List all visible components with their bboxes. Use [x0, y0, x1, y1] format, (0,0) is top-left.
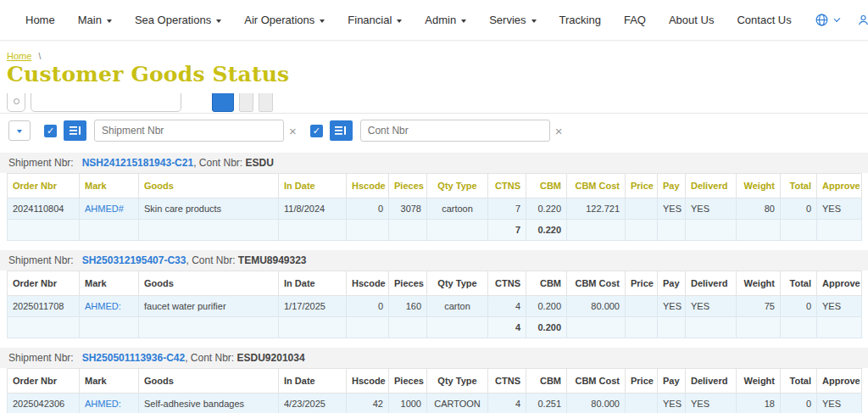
col-header-mark: Mark: [80, 369, 139, 393]
col-header-ctns: CTNS: [488, 369, 526, 393]
language-chevron-icon[interactable]: [833, 15, 840, 22]
breadcrumb-home-link[interactable]: Home: [7, 51, 31, 61]
toolbar-button-partial[interactable]: [259, 93, 273, 112]
approve-cell: YES: [817, 393, 862, 413]
col-header-order-nbr: Order Nbr: [8, 369, 80, 393]
cbm-cell: 0.200: [526, 296, 567, 317]
shipment-clear-icon[interactable]: ×: [289, 125, 297, 137]
shipment-group-header: Shipment Nbr:SH250312195407-C33, Cont Nb…: [0, 250, 868, 271]
totals-price-cell: [626, 317, 658, 338]
totals-weight-cell: [737, 317, 781, 338]
qty-type-cell: cartoon: [427, 198, 488, 220]
page-title: Customer Goods Status: [7, 62, 868, 87]
col-header-approve: Approve: [817, 271, 862, 296]
col-header-deliverd: Deliverd: [686, 174, 737, 198]
nav-item-air-operations[interactable]: Air Operations: [244, 14, 325, 26]
col-header-deliverd: Deliverd: [686, 369, 737, 393]
col-header-ctns: CTNS: [488, 174, 526, 198]
nav-item-home[interactable]: Home: [25, 14, 55, 26]
mark-cell[interactable]: AHMED#: [80, 198, 139, 220]
nav-item-about-us[interactable]: About Us: [669, 14, 714, 26]
deliverd-cell: YES: [686, 198, 737, 220]
totals-pieces-cell: [389, 220, 427, 241]
shipment-nbr-link[interactable]: NSH241215181943-C21: [82, 157, 193, 169]
cont-filter-icon-button[interactable]: [330, 120, 353, 141]
navbar-right: Development Team: [815, 10, 868, 31]
price-cell: [626, 198, 658, 220]
user-icon[interactable]: [857, 14, 868, 26]
col-header-goods: Goods: [139, 369, 279, 393]
hscode-cell: 42: [347, 393, 389, 413]
goods-cell: faucet water purifier: [139, 296, 279, 317]
nav-item-servies[interactable]: Servies: [489, 14, 536, 26]
cbm-cell: 0.220: [526, 198, 567, 220]
shipment-groups: Shipment Nbr:NSH241215181943-C21, Cont N…: [0, 153, 868, 413]
totals-mark-cell: [80, 220, 139, 241]
cont-nbr-value: TEMU8949323: [238, 254, 307, 266]
search-icon-button[interactable]: [7, 93, 25, 112]
table-row: 2025042306AHMED:Self-adhesive bandages4/…: [8, 393, 862, 413]
shipment-nbr-input[interactable]: [94, 120, 284, 142]
col-header-qty-type: Qty Type: [427, 174, 488, 198]
shipment-filter-icon-button[interactable]: [64, 120, 86, 141]
check-icon: ✓: [313, 126, 320, 136]
nav-item-sea-operations[interactable]: Sea Operations: [135, 14, 221, 26]
cont-filter-checkbox[interactable]: ✓: [310, 125, 323, 137]
col-header-total: Total: [781, 369, 817, 393]
nav-item-admin[interactable]: Admin: [425, 14, 466, 26]
toolbar-button-partial[interactable]: [239, 93, 253, 112]
nav-item-label: Contact Us: [737, 14, 791, 26]
ctns-cell: 4: [488, 393, 526, 413]
col-header-pay: Pay: [658, 271, 686, 296]
totals-row: 40.200: [8, 317, 862, 338]
cont-clear-icon[interactable]: ×: [555, 125, 563, 137]
totals-price-cell: [626, 220, 658, 241]
totals-hscode-cell: [347, 220, 389, 241]
order-nbr-cell: 2024110804: [8, 198, 80, 220]
cbm-cost-cell: 80.000: [567, 296, 626, 317]
nav-item-contact-us[interactable]: Contact Us: [737, 14, 791, 26]
cbm-cost-cell: 122.721: [567, 198, 626, 220]
nav-item-tracking[interactable]: Tracking: [559, 14, 601, 26]
col-header-cbm-cost: CBM Cost: [567, 369, 626, 393]
nav-item-label: About Us: [669, 14, 714, 26]
nav-item-financial[interactable]: Financial: [348, 14, 402, 26]
shipment-nbr-link[interactable]: SH250312195407-C33: [82, 254, 186, 266]
mark-cell[interactable]: AHMED:: [80, 296, 139, 317]
ctns-cell: 4: [488, 296, 526, 317]
price-cell: [626, 296, 658, 317]
goods-table: Order NbrMarkGoodsIn DateHscodePiecesQty…: [7, 271, 862, 338]
col-header-cbm-cost: CBM Cost: [567, 271, 626, 296]
totals-ctns-cell: 4: [488, 317, 526, 338]
filter-dropdown-button[interactable]: [8, 120, 31, 141]
col-header-order-nbr: Order Nbr: [8, 271, 80, 296]
cont-nbr-value: ESDU: [246, 157, 274, 169]
cont-nbr-input[interactable]: [360, 120, 550, 142]
nav-item-main[interactable]: Main: [78, 14, 112, 26]
filter-lines-icon: [335, 126, 347, 136]
order-nbr-cell: 2025042306: [8, 393, 80, 413]
approve-cell: YES: [817, 198, 862, 220]
nav-item-faq[interactable]: FAQ: [624, 14, 646, 26]
totals-ctns-cell: 7: [488, 220, 526, 241]
totals-approve-cell: [817, 317, 862, 338]
totals-order-nbr-cell: [8, 317, 80, 338]
nav-item-label: Tracking: [559, 14, 601, 26]
cbm-cost-cell: 80.000: [567, 393, 626, 413]
shipment-filter-checkbox[interactable]: ✓: [44, 125, 57, 137]
mark-cell[interactable]: AHMED:: [80, 393, 139, 413]
search-submit-button-partial[interactable]: [212, 93, 234, 112]
shipment-nbr-link[interactable]: SH250501113936-C42: [82, 352, 185, 364]
col-header-hscode: Hscode: [347, 369, 389, 393]
language-globe-icon[interactable]: [815, 13, 829, 27]
col-header-qty-type: Qty Type: [427, 369, 488, 393]
totals-cbm-cell: 0.220: [526, 220, 567, 241]
col-header-pay: Pay: [658, 369, 686, 393]
hscode-cell: 0: [347, 198, 389, 220]
col-header-weight: Weight: [737, 174, 781, 198]
total-cell: 0: [781, 296, 817, 317]
search-input-partial[interactable]: [31, 93, 181, 112]
table-header-row: Order NbrMarkGoodsIn DateHscodePiecesQty…: [8, 174, 862, 198]
totals-weight-cell: [737, 220, 781, 241]
totals-cbm-cost-cell: [567, 220, 626, 241]
